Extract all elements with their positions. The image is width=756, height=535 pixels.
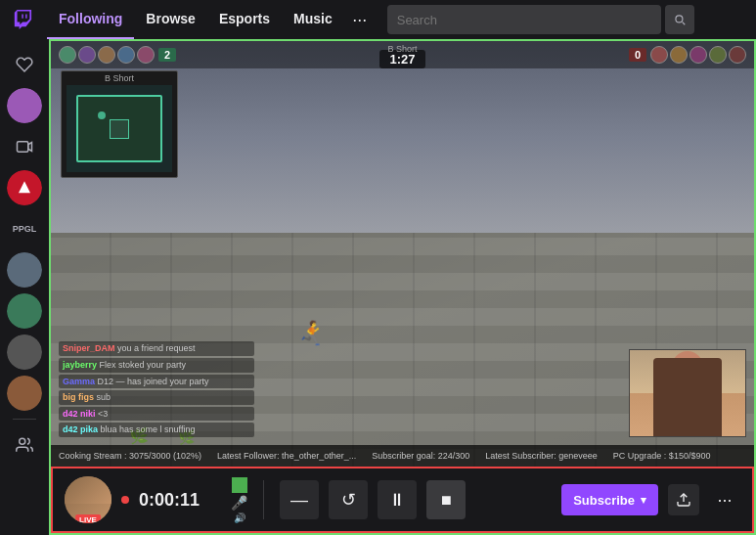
hud-team-left: 2 xyxy=(59,46,176,64)
svg-point-2 xyxy=(20,438,25,444)
hud-team-avatars-left xyxy=(59,46,155,64)
chat-username-6: d42 pika xyxy=(63,424,98,434)
sidebar-icon-users[interactable] xyxy=(7,427,42,463)
subscribe-chevron-icon: ▾ xyxy=(641,494,646,507)
ticker-sub-goal: Subscriber goal: 224/300 xyxy=(372,451,469,461)
webcam-body xyxy=(653,358,722,436)
subscribe-label: Subscribe xyxy=(573,493,635,508)
hud-team-right: 0 xyxy=(629,46,746,64)
svg-rect-0 xyxy=(18,142,28,153)
sidebar-avatar-1[interactable] xyxy=(7,88,42,123)
sidebar-avatar-valorant[interactable] xyxy=(7,170,42,205)
minimap-label: B Short xyxy=(105,73,134,83)
main-area: PPGL xyxy=(0,39,756,535)
minimap: B Short xyxy=(61,70,178,178)
chat-msg-3: Gamma D12 — has joined your party xyxy=(59,375,254,389)
minimap-shape xyxy=(67,85,172,172)
record-dot xyxy=(121,496,129,504)
svg-marker-1 xyxy=(28,143,32,152)
webcam-person xyxy=(630,350,745,436)
hud-score-left: 2 xyxy=(158,48,176,62)
sidebar: PPGL xyxy=(0,39,49,535)
stop-button[interactable]: ⏹ xyxy=(426,480,466,519)
chat-text-5: <3 xyxy=(98,409,108,419)
chat-username-1: Sniper_DAM xyxy=(63,343,115,353)
hud-av-r3 xyxy=(689,46,707,64)
content-area: 🌿 🌿 2 B Shor xyxy=(49,39,756,535)
hud-av-4 xyxy=(117,46,135,64)
sidebar-icon-heart[interactable] xyxy=(7,47,42,82)
sidebar-ppgl[interactable]: PPGL xyxy=(7,211,42,246)
nav-esports[interactable]: Esports xyxy=(207,0,282,39)
chat-username-3: Gamma xyxy=(63,377,95,386)
hud-team-avatars-right xyxy=(650,46,746,64)
video-player[interactable]: 🌿 🌿 2 B Shor xyxy=(51,41,754,467)
hud-bar: 2 B Short 1:27 0 xyxy=(51,41,754,68)
search-button[interactable] xyxy=(665,5,694,34)
nav-more-button[interactable]: ··· xyxy=(344,0,376,39)
search-bar xyxy=(387,5,661,34)
audio-controls: 🎤 🔊 xyxy=(231,477,247,523)
hud-av-5 xyxy=(137,46,155,64)
chat-text-1: you a friend request xyxy=(117,343,196,353)
timer-display: 0:00:11 xyxy=(139,490,217,511)
pause-button[interactable]: ⏸ xyxy=(378,480,417,519)
chat-text-4: sub xyxy=(97,392,111,402)
search-input[interactable] xyxy=(397,13,651,27)
chat-msg-6: d42 pika blua has some l snuffing xyxy=(59,423,254,437)
chat-username-4: big figs xyxy=(63,392,94,402)
sidebar-avatar-3[interactable] xyxy=(7,293,42,329)
audio-level-indicator xyxy=(232,477,247,493)
hud-av-1 xyxy=(59,46,76,64)
hud-av-r4 xyxy=(709,46,727,64)
sidebar-avatar-5[interactable] xyxy=(7,376,42,411)
chat-msg-5: d42 niki <3 xyxy=(59,407,254,422)
hud-av-r5 xyxy=(729,46,746,64)
mic-icon: 🎤 xyxy=(231,495,247,511)
minimap-inner xyxy=(67,85,172,172)
webcam-overlay xyxy=(629,349,746,437)
hud-score-right: 0 xyxy=(629,48,646,62)
twitch-logo[interactable] xyxy=(8,4,39,35)
subscribe-button[interactable]: Subscribe ▾ xyxy=(561,484,658,515)
sidebar-icon-video[interactable] xyxy=(7,129,42,164)
ticker-bar: Cooking Stream : 3075/3000 (102%) Latest… xyxy=(51,445,754,467)
ticker-follower: Latest Follower: the_other_other_... xyxy=(217,451,356,461)
chat-text-6: blua has some l snuffing xyxy=(101,424,196,434)
sidebar-divider xyxy=(13,419,36,420)
ticker-latest-sub: Latest Subscriber: geneveee xyxy=(485,451,598,461)
nav-links: Following Browse Esports Music ··· xyxy=(47,0,376,39)
chat-text-2: Flex stoked your party xyxy=(100,360,187,370)
chat-username-2: jayberry xyxy=(63,360,97,370)
nav-following[interactable]: Following xyxy=(47,0,134,39)
upload-button[interactable] xyxy=(668,484,699,515)
player-character: 🏃 xyxy=(297,320,327,347)
minus-button[interactable]: — xyxy=(280,480,319,519)
nav-browse[interactable]: Browse xyxy=(134,0,207,39)
hud-av-3 xyxy=(98,46,115,64)
ticker-pc-upgrade: PC Upgrade : $150/$900 xyxy=(613,451,711,461)
live-badge: LIVE xyxy=(75,514,101,523)
chat-msg-1: Sniper_DAM you a friend request xyxy=(59,341,254,356)
refresh-button[interactable]: ↺ xyxy=(329,480,368,519)
hud-av-2 xyxy=(78,46,96,64)
bottom-controls: LIVE 0:00:11 🎤 🔊 — ↺ ⏸ ⏹ Subscribe ▾ xyxy=(51,467,754,533)
ticker-cooking-stream: Cooking Stream : 3075/3000 (102%) xyxy=(59,451,201,461)
chat-msg-2: jayberry Flex stoked your party xyxy=(59,358,254,373)
chat-text-3: D12 — has joined your party xyxy=(98,377,209,386)
chat-overlay: Sniper_DAM you a friend request jayberry… xyxy=(59,341,254,437)
sidebar-avatar-2[interactable] xyxy=(7,252,42,288)
hud-av-r1 xyxy=(650,46,668,64)
hud-center: B Short 1:27 xyxy=(379,42,424,68)
streamer-avatar[interactable]: LIVE xyxy=(65,476,111,523)
sidebar-avatar-4[interactable] xyxy=(7,334,42,370)
nav-music[interactable]: Music xyxy=(282,0,344,39)
hud-map-name: B Short xyxy=(387,44,417,54)
control-separator-1 xyxy=(263,480,264,519)
top-navigation: Following Browse Esports Music ··· xyxy=(0,0,756,39)
volume-icon: 🔊 xyxy=(234,513,245,523)
hud-av-r2 xyxy=(670,46,688,64)
chat-msg-4: big figs sub xyxy=(59,390,254,405)
more-options-button[interactable]: ··· xyxy=(709,484,740,515)
game-scene: 🌿 🌿 2 B Shor xyxy=(51,41,754,467)
